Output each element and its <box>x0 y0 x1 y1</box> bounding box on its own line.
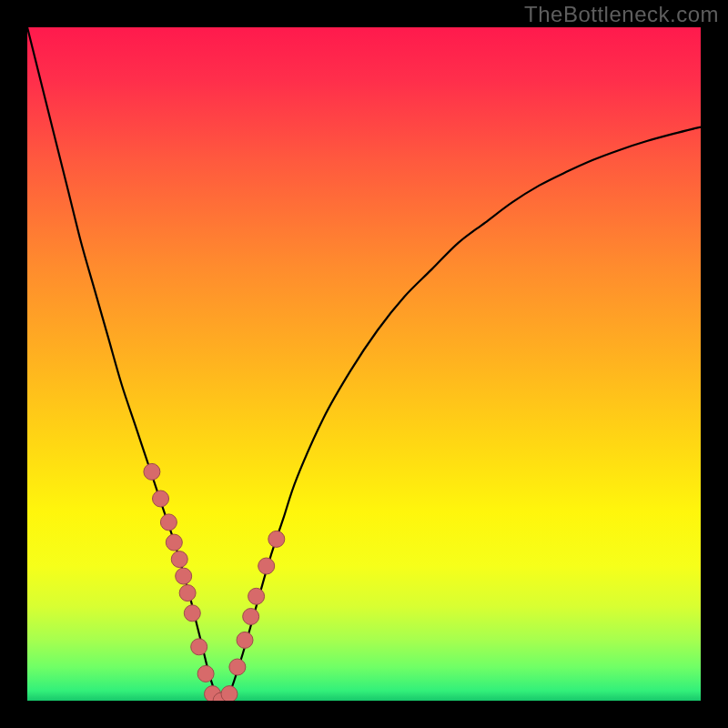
watermark-text: TheBottleneck.com <box>524 2 719 27</box>
chart-frame: TheBottleneck.com <box>0 0 728 728</box>
plot-area <box>27 27 701 701</box>
curve-marker <box>184 605 200 622</box>
curve-marker <box>171 551 187 568</box>
curve-marker <box>166 534 182 551</box>
curve-marker <box>258 558 275 574</box>
curve-marker <box>176 568 192 584</box>
curve-marker <box>197 665 214 682</box>
curve-marker <box>237 632 253 648</box>
curve-marker <box>191 639 207 655</box>
curve-marker <box>179 585 196 602</box>
chart-svg <box>27 27 701 701</box>
curve-marker <box>268 531 285 547</box>
curve-marker <box>229 659 246 675</box>
curve-marker <box>221 686 238 701</box>
curve-marker <box>243 609 259 625</box>
curve-marker <box>144 463 160 480</box>
curve-marker <box>153 490 169 507</box>
curve-marker <box>248 588 265 604</box>
curve-marker <box>160 514 177 531</box>
gradient-background <box>27 27 701 701</box>
